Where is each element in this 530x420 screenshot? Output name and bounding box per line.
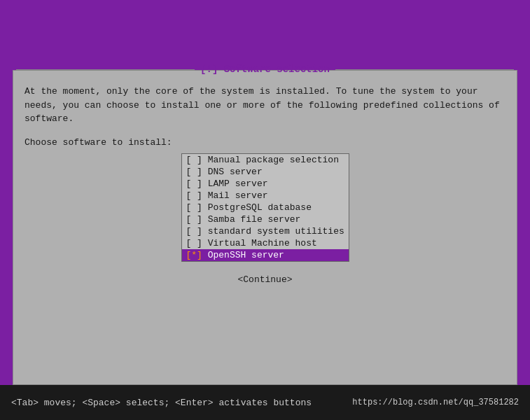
title-line-right [335,69,514,70]
list-item-dns[interactable]: [ ] DNS server [182,166,349,178]
dialog-box: [!] Software selection At the moment, on… [13,70,517,385]
list-item-standard[interactable]: [ ] standard system utilities [182,225,349,237]
bottom-bar: <Tab> moves; <Space> selects; <Enter> ac… [0,385,530,420]
dialog-content: At the moment, only the core of the syst… [13,82,517,298]
continue-container: <Continue> [25,273,505,286]
list-item-mail[interactable]: [ ] Mail server [182,190,349,202]
continue-button[interactable]: <Continue> [230,273,299,286]
list-item-postgresql[interactable]: [ ] PostgreSQL database [182,202,349,214]
list-item-openssh[interactable]: [*] OpenSSH server [182,249,349,261]
list-item-samba[interactable]: [ ] Samba file server [182,214,349,225]
list-item-lamp[interactable]: [ ] LAMP server [182,178,349,190]
software-list: [ ] Manual package selection[ ] DNS serv… [181,153,349,262]
title-line-left [16,69,195,70]
dialog-title: [!] Software selection [197,64,333,75]
help-text: <Tab> moves; <Space> selects; <Enter> ac… [11,398,312,408]
title-bar: [!] Software selection [13,64,517,75]
list-item-vm[interactable]: [ ] Virtual Machine host [182,237,349,249]
list-item-manual[interactable]: [ ] Manual package selection [182,154,349,166]
description: At the moment, only the core of the syst… [25,85,505,126]
choose-label: Choose software to install: [25,137,505,148]
url-text: https://blog.csdn.net/qq_37581282 [352,398,519,407]
